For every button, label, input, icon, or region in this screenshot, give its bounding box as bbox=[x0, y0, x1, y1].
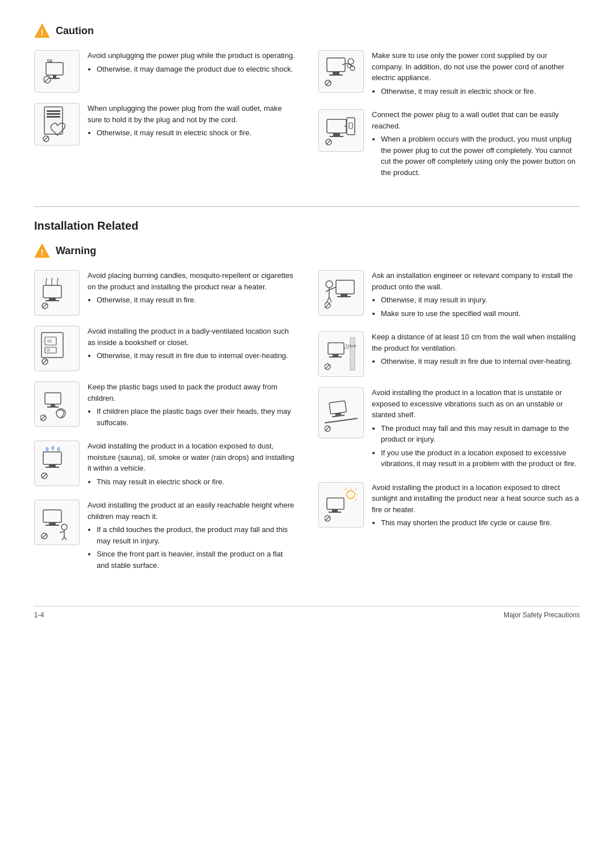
svg-rect-34 bbox=[49, 298, 56, 300]
svg-line-30 bbox=[326, 140, 331, 144]
svg-line-77 bbox=[326, 290, 329, 292]
svg-rect-56 bbox=[45, 467, 59, 468]
caution-img-1 bbox=[34, 50, 80, 93]
svg-rect-50 bbox=[47, 406, 59, 408]
svg-rect-26 bbox=[347, 118, 355, 135]
inst-text-6: Ask an installation engineer or relevant… bbox=[372, 270, 580, 321]
svg-rect-86 bbox=[329, 356, 342, 358]
caution-section: ! Caution bbox=[34, 23, 580, 190]
svg-rect-17 bbox=[329, 74, 343, 76]
svg-line-90 bbox=[325, 364, 330, 369]
svg-rect-16 bbox=[333, 72, 339, 74]
svg-rect-105 bbox=[329, 512, 341, 513]
svg-rect-35 bbox=[45, 300, 59, 301]
svg-point-19 bbox=[347, 64, 351, 68]
svg-line-22 bbox=[326, 81, 330, 85]
svg-rect-43 bbox=[47, 339, 52, 343]
inst-item-2: Avoid installing the product in a badly-… bbox=[34, 326, 296, 371]
caution-img-3 bbox=[318, 50, 364, 93]
svg-text:!: ! bbox=[41, 247, 44, 257]
caution-item-4: Connect the power plug to a wall outlet … bbox=[318, 109, 580, 180]
inst-img-1 bbox=[34, 270, 80, 315]
svg-rect-74 bbox=[337, 296, 351, 297]
svg-rect-4 bbox=[49, 78, 60, 79]
caution-text-4: Connect the power plug to a wall outlet … bbox=[372, 109, 580, 180]
svg-rect-25 bbox=[330, 136, 343, 137]
inst-img-7: 10cm bbox=[318, 331, 364, 377]
inst-text-9: Avoid installing the product in a locati… bbox=[372, 482, 580, 531]
svg-rect-49 bbox=[51, 404, 55, 406]
svg-rect-103 bbox=[327, 498, 344, 509]
svg-rect-24 bbox=[333, 133, 340, 136]
svg-line-69 bbox=[64, 537, 67, 540]
section-divider bbox=[34, 206, 580, 207]
svg-line-96 bbox=[325, 426, 330, 431]
svg-line-107 bbox=[325, 516, 330, 521]
inst-text-1: Avoid placing burning candles, mosquito-… bbox=[88, 270, 296, 308]
svg-line-53 bbox=[41, 416, 45, 420]
svg-line-79 bbox=[327, 297, 329, 302]
caution-item-2: When unplugging the power plug from the … bbox=[34, 103, 296, 146]
caution-img-4 bbox=[318, 109, 364, 152]
inst-text-2: Avoid installing the product in a badly-… bbox=[88, 326, 296, 364]
svg-point-20 bbox=[348, 59, 354, 64]
svg-rect-73 bbox=[341, 294, 347, 296]
svg-line-91 bbox=[325, 418, 358, 423]
footer: 1-4 Major Safety Precautions bbox=[34, 606, 580, 619]
svg-rect-55 bbox=[49, 464, 56, 467]
svg-rect-33 bbox=[43, 285, 61, 298]
svg-rect-72 bbox=[336, 280, 354, 294]
installation-content: Avoid placing burning candles, mosquito-… bbox=[34, 270, 580, 583]
svg-point-59 bbox=[57, 447, 60, 451]
svg-line-68 bbox=[62, 537, 64, 540]
svg-point-75 bbox=[326, 281, 333, 288]
installation-right-col: Ask an installation engineer or relevant… bbox=[318, 270, 580, 583]
caution-item-1: Avoid unplugging the power plug while th… bbox=[34, 50, 296, 93]
svg-rect-45 bbox=[47, 348, 50, 352]
inst-text-5: Avoid installing the product at an easil… bbox=[88, 500, 296, 573]
inst-item-8: Avoid installing the product in a locati… bbox=[318, 387, 580, 472]
inst-text-3: Keep the plastic bags used to pack the p… bbox=[88, 381, 296, 430]
svg-rect-27 bbox=[349, 123, 352, 128]
inst-text-4: Avoid installing the product in a locati… bbox=[88, 441, 296, 489]
svg-rect-48 bbox=[45, 393, 61, 404]
caution-text-1: Avoid unplugging the power plug while th… bbox=[88, 50, 296, 77]
inst-img-8 bbox=[318, 387, 364, 438]
installation-left-col: Avoid placing burning candles, mosquito-… bbox=[34, 270, 296, 583]
inst-img-6 bbox=[318, 270, 364, 315]
installation-section: Installation Related ! Warning bbox=[34, 219, 580, 583]
svg-point-97 bbox=[347, 491, 355, 499]
inst-item-4: Avoid installing the product in a locati… bbox=[34, 441, 296, 489]
svg-rect-84 bbox=[328, 343, 344, 354]
caution-title: ! Caution bbox=[34, 23, 580, 39]
svg-rect-64 bbox=[45, 525, 59, 526]
svg-rect-85 bbox=[333, 354, 338, 356]
inst-text-8: Avoid installing the product in a locati… bbox=[372, 387, 580, 472]
svg-line-99 bbox=[355, 489, 356, 490]
svg-line-101 bbox=[355, 499, 356, 500]
caution-text-3: Make sure to use only the power cord sup… bbox=[372, 50, 580, 99]
svg-rect-10 bbox=[47, 110, 60, 112]
svg-line-61 bbox=[42, 474, 47, 478]
svg-rect-11 bbox=[47, 113, 60, 115]
svg-line-80 bbox=[329, 297, 331, 302]
svg-rect-92 bbox=[329, 401, 347, 414]
svg-rect-3 bbox=[53, 75, 56, 78]
inst-img-9 bbox=[318, 482, 364, 528]
inst-img-3 bbox=[34, 381, 80, 427]
caution-content: Avoid unplugging the power plug while th… bbox=[34, 50, 580, 190]
inst-item-9: Avoid installing the product in a locati… bbox=[318, 482, 580, 531]
svg-line-40 bbox=[43, 304, 47, 308]
svg-line-14 bbox=[44, 136, 48, 141]
inst-item-3: Keep the plastic bags used to pack the p… bbox=[34, 381, 296, 430]
svg-line-82 bbox=[325, 303, 330, 308]
inst-item-1: Avoid placing burning candles, mosquito-… bbox=[34, 270, 296, 315]
inst-img-5 bbox=[34, 500, 80, 545]
installation-title: Installation Related bbox=[34, 219, 580, 232]
caution-text-2: When unplugging the power plug from the … bbox=[88, 103, 296, 141]
caution-item-3: Make sure to use only the power cord sup… bbox=[318, 50, 580, 99]
caution-icon: ! bbox=[34, 23, 50, 39]
caution-left-col: Avoid unplugging the power plug while th… bbox=[34, 50, 296, 190]
caution-img-2 bbox=[34, 103, 80, 146]
svg-rect-23 bbox=[327, 119, 346, 133]
